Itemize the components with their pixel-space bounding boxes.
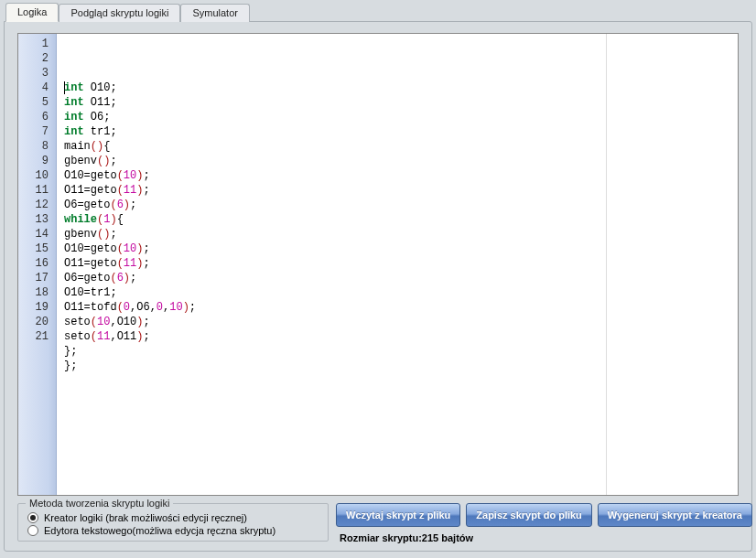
radio-icon <box>27 512 38 523</box>
save-script-button[interactable]: Zapisz skrypt do pliku <box>466 503 592 527</box>
line-number: 4 <box>18 80 56 95</box>
line-number: 10 <box>18 168 56 183</box>
radio-kreator[interactable]: Kreator logiki (brak możliwości edycji r… <box>27 511 319 524</box>
tab-symulator[interactable]: Symulator <box>180 4 250 22</box>
code-line[interactable]: main(){ <box>64 139 732 154</box>
line-number: 9 <box>18 154 56 168</box>
code-line[interactable]: int O11; <box>64 95 732 110</box>
radio-label-kreator: Kreator logiki (brak możliwości edycji r… <box>44 512 247 523</box>
code-area[interactable]: int O10;int O11;int O6;int tr1;main(){gb… <box>57 34 738 495</box>
group-title: Metoda tworzenia skryptu logiki <box>26 498 173 509</box>
code-editor[interactable]: 123456789101112131415161718192021 int O1… <box>17 33 739 496</box>
right-column: Wczytaj skrypt z pliku Zapisz skrypt do … <box>336 503 739 543</box>
code-line[interactable]: O6=geto(6); <box>64 271 732 285</box>
code-line[interactable]: O10=geto(10); <box>64 241 732 256</box>
line-number: 13 <box>18 212 56 227</box>
generate-script-button[interactable]: Wygeneruj skrypt z kreatora <box>598 503 752 527</box>
app-root: Logika Podgląd skryptu logiki Symulator … <box>0 0 756 558</box>
load-script-button[interactable]: Wczytaj skrypt z pliku <box>336 503 460 527</box>
script-size-status: Rozmiar skryptu:215 bajtów <box>336 532 739 543</box>
line-number: 15 <box>18 241 56 256</box>
line-number-gutter: 123456789101112131415161718192021 <box>18 34 57 495</box>
button-row: Wczytaj skrypt z pliku Zapisz skrypt do … <box>336 503 739 527</box>
tab-strip: Logika Podgląd skryptu logiki Symulator <box>5 2 752 22</box>
line-number: 8 <box>18 139 56 154</box>
line-number: 6 <box>18 110 56 124</box>
tab-logika[interactable]: Logika <box>5 3 59 22</box>
code-line[interactable]: gbenv(); <box>64 154 732 168</box>
line-number: 2 <box>18 51 56 66</box>
code-line[interactable]: int O10; <box>64 80 732 95</box>
line-number: 18 <box>18 285 56 300</box>
line-number: 21 <box>18 329 56 344</box>
bottom-bar: Metoda tworzenia skryptu logiki Kreator … <box>12 503 744 543</box>
code-line[interactable]: int O6; <box>64 110 732 124</box>
code-line[interactable]: gbenv(); <box>64 227 732 241</box>
tab-pane-logika: 123456789101112131415161718192021 int O1… <box>4 21 752 552</box>
radio-icon <box>27 525 38 536</box>
code-line[interactable]: O11=tofd(0,O6,0,10); <box>64 300 732 315</box>
code-line[interactable]: seto(10,O10); <box>64 315 732 329</box>
line-number: 12 <box>18 198 56 212</box>
tab-podglad[interactable]: Podgląd skryptu logiki <box>59 4 180 22</box>
line-number: 20 <box>18 315 56 329</box>
code-line[interactable]: O10=tr1; <box>64 285 732 300</box>
code-line[interactable]: O6=geto(6); <box>64 198 732 212</box>
line-number: 7 <box>18 124 56 139</box>
line-number: 16 <box>18 256 56 271</box>
script-method-group: Metoda tworzenia skryptu logiki Kreator … <box>17 503 329 542</box>
line-number: 14 <box>18 227 56 241</box>
code-line[interactable]: while(1){ <box>64 212 732 227</box>
radio-label-edytor: Edytora tekstowego(możliwa edycja ręczna… <box>44 525 275 536</box>
right-margin-guide <box>606 34 607 495</box>
line-number: 11 <box>18 183 56 198</box>
line-number: 1 <box>18 37 56 51</box>
code-line[interactable]: }; <box>64 344 732 359</box>
code-line[interactable]: }; <box>64 359 732 373</box>
line-number: 17 <box>18 271 56 285</box>
code-line[interactable]: O11=geto(11); <box>64 256 732 271</box>
code-line[interactable] <box>64 373 732 388</box>
line-number: 19 <box>18 300 56 315</box>
line-number: 3 <box>18 66 56 80</box>
code-line[interactable]: O11=geto(11); <box>64 183 732 198</box>
code-line[interactable]: seto(11,O11); <box>64 329 732 344</box>
line-number: 5 <box>18 95 56 110</box>
radio-edytor[interactable]: Edytora tekstowego(możliwa edycja ręczna… <box>27 524 319 537</box>
code-line[interactable]: O10=geto(10); <box>64 168 732 183</box>
code-line[interactable]: int tr1; <box>64 124 732 139</box>
